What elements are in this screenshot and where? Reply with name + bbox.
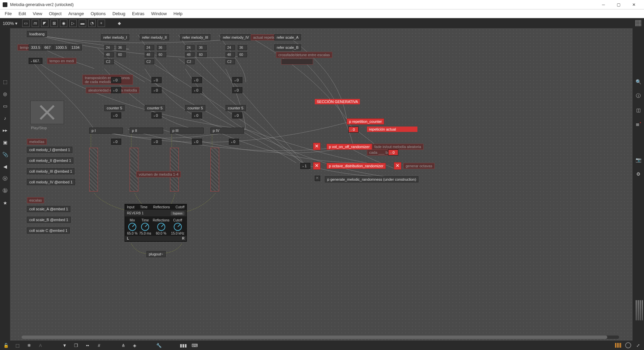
coll-scale-b[interactable]: coll scale_B @embed 1 <box>27 217 71 223</box>
nb[interactable]: 24 <box>104 45 114 50</box>
nb[interactable]: 48 <box>185 52 195 57</box>
tool-comment-icon[interactable]: ◤ <box>41 20 48 27</box>
oct-rand-toggle[interactable] <box>313 162 320 170</box>
menu-arrange[interactable]: Arrange <box>65 10 87 17</box>
one-numbox[interactable]: 1 <box>300 163 310 169</box>
reverb-tab-refl[interactable]: Reflections <box>153 205 170 209</box>
refer-scale-b[interactable]: refer scale_B <box>274 44 301 50</box>
nb[interactable]: 36 <box>157 45 166 50</box>
nb[interactable]: 24 <box>185 45 195 50</box>
tool-paint-icon[interactable]: ◆ <box>116 20 123 27</box>
nb[interactable]: 36 <box>197 45 207 50</box>
refer-scale-a[interactable]: refer scale_A <box>274 34 301 40</box>
v-icon[interactable]: ⓥ <box>2 176 8 182</box>
keyboard-icon[interactable]: ⌨ <box>192 343 197 348</box>
cnt-2[interactable]: 0 <box>192 112 202 118</box>
clip-icon[interactable]: 📎 <box>2 151 8 158</box>
trans-0[interactable]: 0 <box>111 77 121 83</box>
gen-oct-toggle[interactable] <box>394 162 401 170</box>
reverb-tab-cutoff[interactable]: Cutoff <box>175 205 184 209</box>
minimize-button[interactable]: ─ <box>596 0 611 9</box>
counter-4[interactable]: counter 5 <box>226 105 246 111</box>
expand-icon[interactable]: ⤢ <box>635 343 641 348</box>
tool-dial-icon[interactable]: ◔ <box>88 20 96 27</box>
bars-icon[interactable]: ▮▮▮ <box>180 343 186 348</box>
reverb-tab-input[interactable]: Input <box>127 205 134 209</box>
reverb-tab-time[interactable]: Time <box>140 205 147 209</box>
tempo-val-0[interactable]: 333.5 <box>29 44 43 50</box>
trans-3[interactable]: 0 <box>232 77 242 83</box>
p-iii[interactable]: p III <box>170 128 204 134</box>
nb[interactable]: 48 <box>104 52 114 57</box>
knob-cutoff[interactable] <box>174 223 182 231</box>
playstop-toggle[interactable] <box>30 101 64 124</box>
tool-message-icon[interactable]: m <box>32 20 39 27</box>
tool-object-icon[interactable]: ▭ <box>22 20 30 27</box>
sliders-icon[interactable]: ⚙ <box>635 171 641 177</box>
knob-refl[interactable] <box>157 223 165 231</box>
b-icon[interactable]: ⓑ <box>2 188 8 194</box>
nb[interactable]: 24 <box>145 45 154 50</box>
lock-icon[interactable]: 🔓 <box>3 343 9 348</box>
coll-melody-4[interactable]: coll melody_IV @embed 1 <box>27 179 75 185</box>
p-gen-melodic[interactable]: p generate_melodic_randomness (under con… <box>325 176 418 182</box>
cnt-0[interactable]: 0 <box>111 112 121 118</box>
present-screen-icon[interactable]: ▼ <box>62 343 67 348</box>
menu-debug[interactable]: Debug <box>109 10 129 17</box>
nb[interactable]: 60 <box>197 52 207 57</box>
tool-add-icon[interactable]: + <box>98 20 105 27</box>
nb[interactable]: 24 <box>226 45 235 50</box>
target-icon[interactable]: ◎ <box>2 91 8 97</box>
note-box[interactable]: C2 <box>185 59 195 64</box>
trans-2[interactable]: 0 <box>192 77 202 83</box>
coll-melody-1[interactable]: coll melody_I @embed 1 <box>27 147 72 153</box>
note-icon[interactable]: ♪ <box>2 115 8 121</box>
card-icon[interactable]: ▭ <box>2 103 8 109</box>
text-icon[interactable]: A <box>38 343 43 348</box>
aleat-2[interactable]: 0 <box>192 87 202 93</box>
pz-3[interactable]: 0 <box>229 139 239 145</box>
tool-toggle-icon[interactable]: ⊠ <box>50 20 58 27</box>
plug-icon[interactable]: ◀ <box>2 164 8 170</box>
p-iv[interactable]: p IV <box>210 128 244 134</box>
present-icon[interactable]: ⬚ <box>15 343 20 348</box>
pz-0[interactable]: 0 <box>111 139 121 145</box>
cnt-3[interactable]: 0 <box>232 112 242 118</box>
refer-melody-4[interactable]: refer melody_IV <box>221 34 251 40</box>
pz-2[interactable]: 0 <box>192 139 202 145</box>
p-ii[interactable]: p II <box>130 128 163 134</box>
tempo-val-2[interactable]: 1000.5 <box>53 44 69 50</box>
tool-bang-icon[interactable]: ◉ <box>60 20 67 27</box>
crossfade-slider[interactable] <box>281 59 313 65</box>
reverb-bypass[interactable]: bypass <box>171 211 184 215</box>
note-box[interactable]: C2 <box>145 59 154 64</box>
align-icon[interactable]: ▪▪ <box>85 343 90 348</box>
gain-1[interactable] <box>89 148 98 191</box>
snow-icon[interactable]: ❄ <box>26 343 32 348</box>
camera-icon[interactable]: 📷 <box>635 157 641 163</box>
coll-melody-2[interactable]: coll melody_II @embed 1 <box>27 158 73 164</box>
tool-number-icon[interactable]: ▷ <box>69 20 77 27</box>
vol-rand-toggle[interactable] <box>313 143 320 150</box>
knob-mix[interactable] <box>128 223 136 231</box>
menu-extras[interactable]: Extras <box>129 10 148 17</box>
star-icon[interactable]: ★ <box>2 200 8 206</box>
menu-window[interactable]: Window <box>148 10 170 17</box>
metro-numbox[interactable]: 667. <box>29 58 42 64</box>
gain-2[interactable] <box>130 148 138 191</box>
wrench-icon[interactable]: 🔧 <box>156 343 162 348</box>
loadbang-obj[interactable]: loadbang <box>27 31 47 37</box>
refer-melody-1[interactable]: refer melody_I <box>101 34 129 40</box>
nb[interactable]: 48 <box>145 52 154 57</box>
coll-scale-a[interactable]: coll scale_A @embed 1 <box>27 206 70 212</box>
cube-icon[interactable]: ⬚ <box>2 79 8 85</box>
diamond-icon[interactable]: ◈ <box>132 343 137 348</box>
tree-icon[interactable]: ⋔ <box>121 343 126 348</box>
refer-melody-2[interactable]: refer melody_II <box>140 34 169 40</box>
dsp-power-button[interactable] <box>625 342 631 348</box>
rep-zero[interactable]: 0 <box>348 127 359 133</box>
maximize-button[interactable]: ▢ <box>611 0 626 9</box>
nb[interactable]: 36 <box>238 45 247 50</box>
nb[interactable]: 36 <box>116 45 126 50</box>
menu-view[interactable]: View <box>29 10 45 17</box>
